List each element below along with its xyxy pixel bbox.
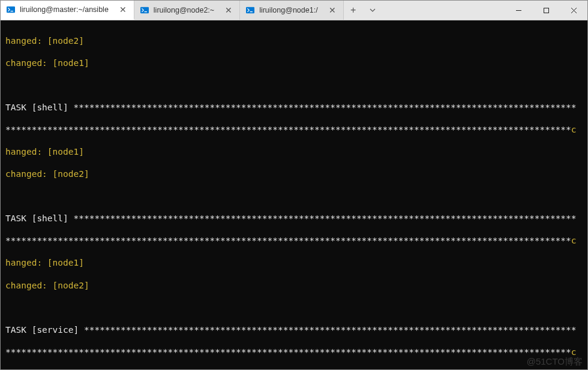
- powershell-icon: [7, 5, 15, 14]
- output-line: hanged: [node2]: [5, 35, 583, 47]
- tab-title: liruilong@node1:/: [259, 6, 317, 14]
- tab-1[interactable]: liruilong@master:~/ansible ✕: [1, 1, 134, 20]
- powershell-icon: [140, 6, 149, 14]
- task-header: TASK [service] *************************…: [5, 324, 583, 336]
- task-header: TASK [shell] ***************************…: [5, 102, 583, 113]
- minimize-button[interactable]: [505, 1, 532, 20]
- tab-3[interactable]: liruilong@node1:/ ✕: [240, 1, 343, 20]
- close-window-button[interactable]: [560, 1, 587, 20]
- svg-rect-7: [544, 8, 548, 13]
- output-line: changed: [node1]: [5, 58, 583, 69]
- task-header: TASK [shell] ***************************…: [5, 213, 583, 224]
- svg-rect-0: [7, 7, 15, 13]
- tab-2[interactable]: liruilong@node2:~ ✕: [134, 1, 240, 20]
- svg-rect-2: [140, 7, 149, 14]
- tab-dropdown-button[interactable]: [363, 1, 382, 20]
- tab-strip: liruilong@master:~/ansible ✕ liruilong@n…: [1, 1, 505, 20]
- output-line: changed: [node2]: [5, 280, 583, 291]
- close-icon[interactable]: ✕: [224, 5, 233, 15]
- task-header-cont: ****************************************…: [5, 124, 583, 136]
- close-icon[interactable]: ✕: [118, 5, 128, 14]
- terminal-pane[interactable]: hanged: [node2] changed: [node1] TASK [s…: [1, 20, 587, 369]
- output-line: hanged: [node1]: [5, 257, 583, 269]
- task-header-cont: ****************************************…: [5, 235, 583, 246]
- maximize-button[interactable]: [532, 1, 560, 20]
- output-line: hanged: [node2]: [5, 369, 583, 369]
- powershell-icon: [246, 6, 254, 14]
- tab-title: liruilong@master:~/ansible: [20, 5, 109, 14]
- tab-title: liruilong@node2:~: [154, 6, 214, 14]
- titlebar: liruilong@master:~/ansible ✕ liruilong@n…: [1, 1, 587, 20]
- svg-rect-4: [246, 7, 254, 14]
- task-header-cont: ****************************************…: [5, 347, 583, 358]
- blank-line: [5, 80, 583, 91]
- output-line: changed: [node2]: [5, 169, 583, 180]
- output-line: hanged: [node1]: [5, 146, 583, 158]
- blank-line: [5, 191, 583, 202]
- terminal-window: liruilong@master:~/ansible ✕ liruilong@n…: [0, 0, 588, 370]
- new-tab-button[interactable]: +: [344, 1, 363, 20]
- close-icon[interactable]: ✕: [328, 5, 337, 15]
- window-controls: [505, 1, 587, 20]
- blank-line: [5, 302, 583, 314]
